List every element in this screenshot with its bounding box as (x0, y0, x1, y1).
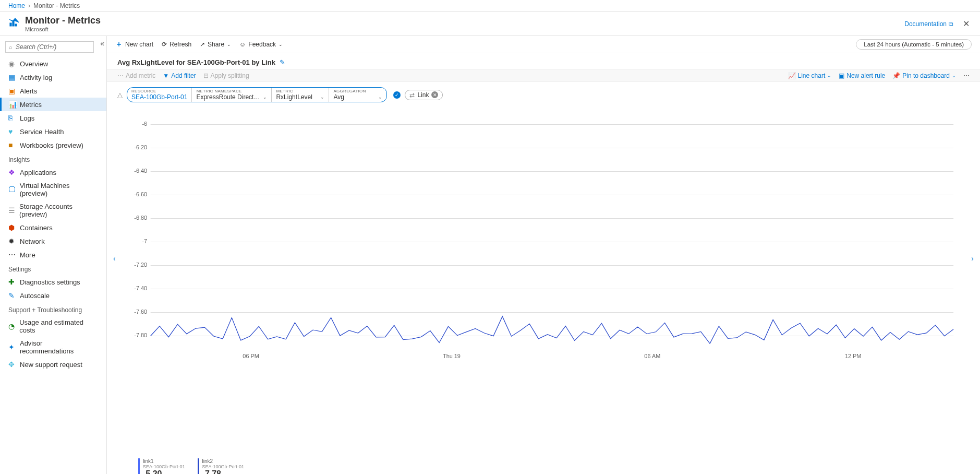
line-chart-icon: 📈 (788, 72, 796, 79)
nav-label: Storage Accounts (preview) (19, 203, 98, 218)
smile-icon: ☺ (239, 41, 246, 48)
sidebar-item-autoscale[interactable]: ✎Autoscale (0, 289, 106, 302)
pin-dashboard-button[interactable]: 📌Pin to dashboard ⌄ (892, 72, 956, 79)
chart-type-dropdown[interactable]: 📈Line chart ⌄ (788, 72, 832, 79)
nav-icon: ✎ (8, 291, 19, 300)
collapse-sidebar-icon[interactable]: « (100, 39, 104, 48)
resource-selector[interactable]: RESOURCE SEA-100Gb-Port-01 (127, 88, 192, 102)
sidebar-item-activity-log[interactable]: ▤Activity log (0, 70, 106, 84)
nav-icon: ◉ (8, 60, 19, 68)
sidebar-item-overview[interactable]: ◉Overview (0, 57, 106, 70)
nav-icon: ♥ (8, 127, 19, 136)
plus-icon: ＋ (115, 40, 123, 49)
search-icon: ⌕ (9, 44, 13, 50)
chevron-down-icon: ⌄ (227, 42, 231, 47)
nav-label: Network (20, 238, 45, 245)
sidebar-item-applications[interactable]: ❖Applications (0, 165, 106, 179)
pin-icon: 📌 (892, 72, 900, 79)
sidebar-item-storage-accounts-preview-[interactable]: ☰Storage Accounts (preview) (0, 200, 106, 221)
nav-icon: ✥ (8, 360, 19, 369)
external-link-icon: ⧉ (949, 20, 953, 28)
warning-icon: △ (117, 91, 123, 99)
nav-label: Applications (20, 169, 56, 176)
metric-selector: RESOURCE SEA-100Gb-Port-01 METRIC NAMESP… (127, 87, 387, 102)
nav-icon: 🖵 (8, 185, 19, 194)
new-alert-button[interactable]: ▣New alert rule (839, 72, 885, 79)
time-range-selector[interactable]: Last 24 hours (Automatic - 5 minutes) (856, 39, 972, 50)
apply-splitting-button: ⊟Apply splitting (203, 72, 249, 79)
svg-text:06 AM: 06 AM (644, 353, 660, 359)
share-icon: ↗ (200, 41, 205, 48)
nav-label: Activity log (20, 74, 52, 81)
sidebar-item-logs[interactable]: ⎘Logs (0, 111, 106, 125)
search-input[interactable]: ⌕ Search (Ctrl+/) (5, 41, 94, 53)
remove-chip-icon[interactable]: ✕ (431, 91, 438, 98)
chart-legend: link1 SEA-100Gb-Port-01 -5.20 link2 SEA-… (107, 456, 980, 474)
nav-icon: ⬢ (8, 223, 19, 232)
legend-item-link2[interactable]: link2 SEA-100Gb-Port-01 -7.78 (198, 458, 245, 474)
nav-icon: ✹ (8, 237, 19, 245)
sidebar-item-containers[interactable]: ⬢Containers (0, 221, 106, 234)
breadcrumb: Home › Monitor - Metrics (0, 0, 980, 12)
alert-icon: ▣ (839, 72, 844, 79)
sidebar-item-virtual-machines-preview-[interactable]: 🖵Virtual Machines (preview) (0, 179, 106, 200)
nav-icon: ■ (8, 141, 19, 149)
metric-name-selector[interactable]: METRIC RxLightLevel⌄ (272, 88, 329, 102)
aggregation-selector[interactable]: AGGREGATION Avg⌄ (329, 88, 386, 102)
nav-icon: ◔ (8, 322, 18, 330)
nav-icon: ✚ (8, 278, 19, 286)
svg-text:-6.80: -6.80 (134, 216, 147, 221)
nav-label: Containers (20, 224, 53, 232)
sidebar-item-new-support-request[interactable]: ✥New support request (0, 358, 106, 371)
svg-text:-7.20: -7.20 (134, 263, 147, 268)
nav-label: Diagnostics settings (20, 278, 80, 286)
nav-label: Service Health (20, 128, 64, 136)
documentation-link[interactable]: Documentation ⧉ (904, 20, 953, 28)
ellipsis-icon: ⋯ (963, 72, 970, 79)
new-chart-button[interactable]: ＋New chart (115, 40, 153, 49)
refresh-button[interactable]: ⟳Refresh (162, 41, 191, 48)
svg-text:-7: -7 (142, 239, 147, 245)
page-title: Monitor - Metrics (25, 15, 101, 26)
chart-area: -6-6.20-6.40-6.60-6.80-7-7.20-7.40-7.60-… (107, 108, 980, 456)
sidebar-item-advisor-recommendations[interactable]: ✦Advisor recommendations (0, 337, 106, 358)
sidebar-item-diagnostics-settings[interactable]: ✚Diagnostics settings (0, 275, 106, 289)
sidebar-item-more[interactable]: ⋯More (0, 248, 106, 262)
monitor-icon (8, 17, 21, 31)
more-options-button[interactable]: ⋯ (963, 72, 970, 79)
filter-icon: ▼ (163, 72, 169, 79)
share-button[interactable]: ↗Share ⌄ (200, 41, 231, 48)
sidebar-item-network[interactable]: ✹Network (0, 234, 106, 248)
nav-label: Advisor recommendations (20, 339, 98, 355)
link-icon: ⇄ (409, 91, 415, 99)
add-filter-button[interactable]: ▼Add filter (163, 72, 196, 79)
line-chart[interactable]: -6-6.20-6.40-6.60-6.80-7-7.20-7.40-7.60-… (128, 108, 959, 363)
legend-item-link1[interactable]: link1 SEA-100Gb-Port-01 -5.20 (138, 458, 185, 474)
namespace-selector[interactable]: METRIC NAMESPACE ExpressRoute Direct…⌄ (192, 88, 272, 102)
nav-icon: ✦ (8, 343, 19, 351)
applied-check-icon: ✓ (393, 91, 401, 99)
sidebar-item-alerts[interactable]: ▣Alerts (0, 84, 106, 98)
add-metric-button: ⋯Add metric (117, 72, 155, 79)
close-icon[interactable]: ✕ (961, 17, 972, 31)
nav-label: Virtual Machines (preview) (20, 182, 98, 197)
nav-label: Usage and estimated costs (19, 318, 98, 334)
nav-icon: ☰ (8, 206, 18, 215)
link-filter-chip[interactable]: ⇄ Link ✕ (405, 90, 443, 100)
sidebar-item-service-health[interactable]: ♥Service Health (0, 125, 106, 138)
breadcrumb-home[interactable]: Home (8, 2, 25, 9)
breadcrumb-current: Monitor - Metrics (33, 2, 80, 9)
svg-rect-2 (15, 24, 17, 26)
sidebar-item-metrics[interactable]: 📊Metrics (0, 98, 106, 111)
edit-title-icon[interactable]: ✎ (280, 58, 285, 66)
svg-text:-6: -6 (142, 122, 147, 127)
sidebar-item-workbooks-preview-[interactable]: ■Workbooks (preview) (0, 138, 106, 152)
svg-text:-6.40: -6.40 (134, 169, 147, 174)
svg-text:-7.60: -7.60 (134, 310, 147, 315)
feedback-button[interactable]: ☺Feedback ⌄ (239, 41, 283, 48)
nav-icon: 📊 (8, 100, 19, 109)
nav-label: More (20, 251, 35, 259)
settings-header: Settings (0, 262, 106, 275)
nav-label: New support request (20, 361, 82, 369)
sidebar-item-usage-and-estimated-costs[interactable]: ◔Usage and estimated costs (0, 316, 106, 337)
